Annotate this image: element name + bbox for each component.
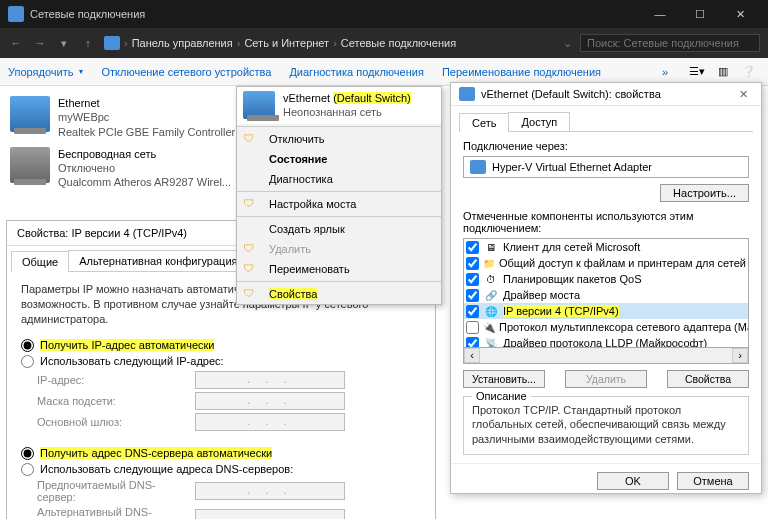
radio-manual-dns[interactable]: Использовать следующие адреса DNS-сервер… xyxy=(21,463,421,476)
component-icon: 📁 xyxy=(483,256,495,270)
radio-manual-dns-input[interactable] xyxy=(21,463,34,476)
organize-menu[interactable]: Упорядочить xyxy=(8,66,83,78)
ctx-diagnose[interactable]: Диагностика xyxy=(237,169,441,189)
diagnose-button[interactable]: Диагностика подключения xyxy=(289,66,423,78)
close-button[interactable]: ✕ xyxy=(720,8,760,21)
highlight: (Default Switch) xyxy=(333,92,411,104)
gateway-input[interactable]: . . . xyxy=(195,413,345,431)
component-row[interactable]: 🔗Драйвер моста xyxy=(464,287,748,303)
tab-access[interactable]: Доступ xyxy=(508,112,570,131)
connection-name: Беспроводная сеть xyxy=(58,147,231,161)
nav-bar: ← → ▾ ↑ › Панель управления › Сеть и Инт… xyxy=(0,28,768,58)
component-label: Протокол мультиплексора сетевого адаптер… xyxy=(499,321,749,333)
component-row[interactable]: 🖥Клиент для сетей Microsoft xyxy=(464,239,748,255)
shield-icon xyxy=(243,262,261,276)
radio-auto-ip-input[interactable] xyxy=(21,339,34,352)
connection-device: Qualcomm Atheros AR9287 Wirel... xyxy=(58,175,231,189)
label-gateway: Основной шлюз: xyxy=(37,416,187,428)
tab-general[interactable]: Общие xyxy=(11,251,69,272)
component-row[interactable]: 📁Общий доступ к файлам и принтерам для с… xyxy=(464,255,748,271)
scroll-left-icon[interactable]: ‹ xyxy=(464,348,480,363)
connection-network: Неопознанная сеть xyxy=(283,105,411,119)
toolbar-more-chevron[interactable]: » xyxy=(662,66,668,78)
maximize-button[interactable]: ☐ xyxy=(680,8,720,21)
description-group: Описание Протокол TCP/IP. Стандартный пр… xyxy=(463,396,749,455)
crumb-control-panel[interactable]: Панель управления xyxy=(132,37,233,49)
component-icon: 🔗 xyxy=(483,288,499,302)
remove-button[interactable]: Удалить xyxy=(565,370,647,388)
component-row[interactable]: ⏱Планировщик пакетов QoS xyxy=(464,271,748,287)
network-adapter-icon xyxy=(243,91,275,119)
components-label: Отмеченные компоненты используются этим … xyxy=(463,210,749,234)
components-list[interactable]: 🖥Клиент для сетей Microsoft📁Общий доступ… xyxy=(463,238,749,348)
ok-button[interactable]: OK xyxy=(597,472,669,490)
component-checkbox[interactable] xyxy=(466,305,479,318)
connection-network: Отключено xyxy=(58,161,231,175)
help-icon[interactable]: ❔ xyxy=(738,62,760,82)
component-icon: 🖥 xyxy=(483,240,499,254)
ctx-shortcut[interactable]: Создать ярлык xyxy=(237,219,441,239)
ctx-delete[interactable]: Удалить xyxy=(237,239,441,259)
adapter-name: Hyper-V Virtual Ethernet Adapter xyxy=(492,161,652,173)
breadcrumb-icon xyxy=(104,36,120,50)
component-checkbox[interactable] xyxy=(466,273,479,286)
crumb-connections[interactable]: Сетевые подключения xyxy=(341,37,456,49)
dns1-input[interactable]: . . . xyxy=(195,482,345,500)
tab-alt-config[interactable]: Альтернативная конфигурация xyxy=(68,250,248,271)
minimize-button[interactable]: — xyxy=(640,8,680,20)
search-input[interactable] xyxy=(580,34,760,52)
back-button[interactable]: ← xyxy=(8,35,24,51)
disable-device-button[interactable]: Отключение сетевого устройства xyxy=(101,66,271,78)
subnet-mask-input[interactable]: . . . xyxy=(195,392,345,410)
configure-button[interactable]: Настроить... xyxy=(660,184,749,202)
label-ip: IP-адрес: xyxy=(37,374,187,386)
preview-pane-icon[interactable]: ▥ xyxy=(712,62,734,82)
view-options-icon[interactable]: ☰▾ xyxy=(686,62,708,82)
component-label: Драйвер моста xyxy=(503,289,580,301)
component-checkbox[interactable] xyxy=(466,289,479,302)
crumb-network[interactable]: Сеть и Интернет xyxy=(244,37,329,49)
context-menu: vEthernet (Default Switch) Неопознанная … xyxy=(236,86,442,305)
component-label: IP версии 4 (TCP/IPv4) xyxy=(503,305,619,317)
radio-manual-ip-input[interactable] xyxy=(21,355,34,368)
dns2-input[interactable]: . . . xyxy=(195,509,345,519)
history-dropdown[interactable]: ▾ xyxy=(56,35,72,51)
label-mask: Маска подсети: xyxy=(37,395,187,407)
component-checkbox[interactable] xyxy=(466,241,479,254)
connection-name: Ethernet xyxy=(58,96,235,110)
component-checkbox[interactable] xyxy=(466,321,479,334)
scroll-right-icon[interactable]: › xyxy=(732,348,748,363)
shield-icon xyxy=(243,132,261,146)
component-row[interactable]: 🔌Протокол мультиплексора сетевого адапте… xyxy=(464,319,748,335)
cancel-button[interactable]: Отмена xyxy=(677,472,749,490)
horizontal-scrollbar[interactable]: ‹ › xyxy=(463,348,749,364)
component-checkbox[interactable] xyxy=(466,337,479,349)
forward-button[interactable]: → xyxy=(32,35,48,51)
ctx-rename[interactable]: Переименовать xyxy=(237,259,441,279)
component-checkbox[interactable] xyxy=(466,257,479,270)
window-title: Сетевые подключения xyxy=(30,8,640,20)
dialog-close-button[interactable]: ✕ xyxy=(733,88,753,101)
history-chevron[interactable]: ⌄ xyxy=(563,37,572,50)
connection-item-vethernet[interactable]: vEthernet (Default Switch) Неопознанная … xyxy=(237,87,441,124)
radio-auto-ip[interactable]: Получить IP-адрес автоматически xyxy=(21,339,421,352)
description-legend: Описание xyxy=(472,390,531,402)
tab-network[interactable]: Сеть xyxy=(459,113,509,132)
ip-address-input[interactable]: . . . xyxy=(195,371,345,389)
ctx-status[interactable]: Состояние xyxy=(237,149,441,169)
radio-auto-dns[interactable]: Получить адрес DNS-сервера автоматически xyxy=(21,447,421,460)
radio-manual-ip[interactable]: Использовать следующий IP-адрес: xyxy=(21,355,421,368)
ctx-properties[interactable]: Свойства xyxy=(237,284,441,304)
ctx-bridge[interactable]: Настройка моста xyxy=(237,194,441,214)
label-dns1: Предпочитаемый DNS-сервер: xyxy=(37,479,187,503)
properties-button[interactable]: Свойства xyxy=(667,370,749,388)
ctx-disable[interactable]: Отключить xyxy=(237,129,441,149)
install-button[interactable]: Установить... xyxy=(463,370,545,388)
component-row[interactable]: 📡Драйвер протокола LLDP (Майкрософт) xyxy=(464,335,748,348)
component-row[interactable]: 🌐IP версии 4 (TCP/IPv4) xyxy=(464,303,748,319)
rename-button[interactable]: Переименование подключения xyxy=(442,66,601,78)
up-button[interactable]: ↑ xyxy=(80,35,96,51)
component-icon: 🌐 xyxy=(483,304,499,318)
description-text: Протокол TCP/IP. Стандартный протокол гл… xyxy=(472,403,740,446)
radio-auto-dns-input[interactable] xyxy=(21,447,34,460)
